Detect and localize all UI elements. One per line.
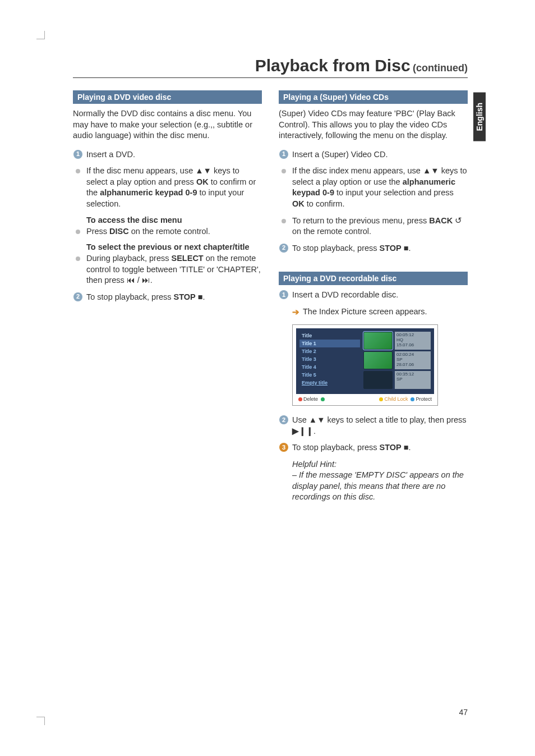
step-text: Press DISC on the remote control. (86, 226, 262, 237)
step-text: To stop playback, press STOP ■. (292, 442, 468, 453)
blue-dot-icon (411, 397, 414, 401)
left-column: Playing a DVD video disc Normally the DV… (73, 88, 262, 503)
thumbnail-column: 00:05:12HQ15.07.06 02:00:24SP28.07.06 00… (363, 332, 431, 391)
step-text: If the disc index menu appears, use ▲▼ k… (292, 166, 468, 209)
prev-icon: ⏮ (127, 276, 135, 285)
green-dot-icon (321, 397, 325, 401)
step-text: To return to the previous menu, press BA… (292, 216, 468, 237)
period: . (150, 276, 153, 285)
step-text: Use ▲▼ keys to select a title to play, t… (292, 415, 468, 437)
dvd-intro-text: Normally the DVD disc contains a disc me… (73, 108, 262, 141)
title-sub: (continued) (413, 62, 468, 74)
svcd-intro-text: (Super) Video CDs may feature 'PBC' (Pla… (279, 108, 468, 141)
step-1-insert-svcd: 1 Insert a (Super) Video CD. (279, 149, 468, 161)
period: . (409, 244, 411, 253)
bullet-icon (76, 169, 80, 173)
updown-icon: ▲▼ (423, 166, 439, 175)
back-icon: ↺ (455, 216, 462, 225)
bullet-back: To return to the previous menu, press BA… (279, 216, 468, 237)
index-picture-screenshot: Title Title 1 Title 2 Title 3 Title 4 Ti… (292, 324, 438, 406)
bullet-index-menu: If the disc index menu appears, use ▲▼ k… (279, 166, 468, 209)
title-row: Title 2 (299, 347, 360, 355)
thumbnail-meta: 00:35:12SP (395, 371, 431, 389)
period: . (203, 292, 205, 301)
step-number-1-icon: 1 (73, 150, 82, 159)
step-number-2-icon: 2 (73, 292, 82, 301)
title-row: Title 5 (299, 371, 360, 379)
step-1-insert-dvd: 1 Insert a DVD. (73, 149, 262, 161)
page-title: Playback from Disc (continued) (73, 56, 468, 78)
bullet-icon (282, 169, 286, 173)
step-2-stop: 2 To stop playback, press STOP ■. (73, 292, 262, 303)
bullet-press-disc: Press DISC on the remote control. (73, 226, 262, 237)
right-column: Playing a (Super) Video CDs (Super) Vide… (279, 88, 468, 503)
updown-icon: ▲▼ (195, 166, 211, 175)
thumbnail-image (363, 351, 393, 369)
title-main: Playback from Disc (255, 56, 411, 75)
step-2-select-title: 2 Use ▲▼ keys to select a title to play,… (279, 415, 468, 437)
index-footer: Delete Child Lock Protect (296, 394, 434, 402)
page-number: 47 (459, 708, 468, 717)
title-list: Title Title 1 Title 2 Title 3 Title 4 Ti… (299, 332, 360, 391)
period: . (313, 427, 316, 436)
hint-text: – If the message 'EMPTY DISC' appears on… (292, 470, 468, 503)
stop-icon: ■ (404, 443, 409, 452)
crop-mark (36, 31, 45, 39)
step-text: During playback, press SELECT on the rem… (86, 253, 262, 286)
title-row: Title 3 (299, 355, 360, 363)
step-number-1-icon: 1 (279, 290, 288, 299)
language-tab: English (473, 93, 486, 141)
bullet-icon (76, 256, 80, 261)
title-row: Empty title (299, 379, 360, 387)
section-playing-dvd-video: Playing a DVD video disc (73, 90, 262, 104)
red-dot-icon (298, 397, 302, 401)
section-playing-svcd: Playing a (Super) Video CDs (279, 90, 468, 104)
period: . (409, 443, 411, 452)
play-pause-icon: ▶❙❙ (292, 427, 313, 436)
hint-heading: Helpful Hint: (292, 459, 468, 470)
step-number-3-icon: 3 (279, 443, 288, 452)
bullet-icon (76, 230, 80, 234)
updown-icon: ▲▼ (309, 415, 325, 424)
stop-icon: ■ (404, 244, 409, 253)
step-text: To stop playback, press STOP ■. (292, 243, 468, 254)
step-number-1-icon: 1 (279, 150, 288, 159)
subheading-select-chapter: To select the previous or next chapter/t… (86, 242, 262, 251)
subheading-access-menu: To access the disc menu (86, 216, 262, 224)
title-header: Title (299, 332, 360, 340)
thumbnail-image (363, 332, 393, 350)
step-number-2-icon: 2 (279, 415, 288, 424)
step-text: To stop playback, press STOP ■. (86, 292, 262, 303)
step-3-stop-recordable: 3 To stop playback, press STOP ■. (279, 442, 468, 453)
step-text: Insert a DVD recordable disc. (292, 290, 468, 301)
title-row: Title 4 (299, 363, 360, 371)
bullet-icon (282, 219, 286, 223)
helpful-hint: Helpful Hint: – If the message 'EMPTY DI… (292, 459, 468, 503)
step-number-2-icon: 2 (279, 244, 288, 253)
crop-mark (36, 717, 45, 725)
thumbnail-meta: 02:00:24SP28.07.06 (395, 351, 431, 369)
thumbnail-image (363, 371, 393, 389)
step-text: If the disc menu appears, use ▲▼ keys to… (86, 166, 262, 209)
bullet-disc-menu: If the disc menu appears, use ▲▼ keys to… (73, 166, 262, 209)
next-icon: ⏭ (142, 276, 150, 285)
result-index-picture: ➔ The Index Picture screen appears. (292, 306, 468, 318)
title-row: Title 1 (299, 340, 360, 347)
thumbnail-meta: 00:05:12HQ15.07.06 (395, 332, 431, 350)
bullet-select-chapter: During playback, press SELECT on the rem… (73, 253, 262, 286)
step-2-stop-svcd: 2 To stop playback, press STOP ■. (279, 243, 468, 254)
step-text: Insert a DVD. (86, 149, 262, 161)
yellow-dot-icon (379, 397, 383, 401)
stop-icon: ■ (198, 292, 203, 301)
arrow-right-icon: ➔ (292, 306, 299, 318)
result-text: The Index Picture screen appears. (303, 306, 427, 318)
section-playing-dvd-recordable: Playing a DVD recordable disc (279, 272, 468, 285)
step-1-insert-recordable: 1 Insert a DVD recordable disc. (279, 290, 468, 301)
step-text: Insert a (Super) Video CD. (292, 149, 468, 161)
